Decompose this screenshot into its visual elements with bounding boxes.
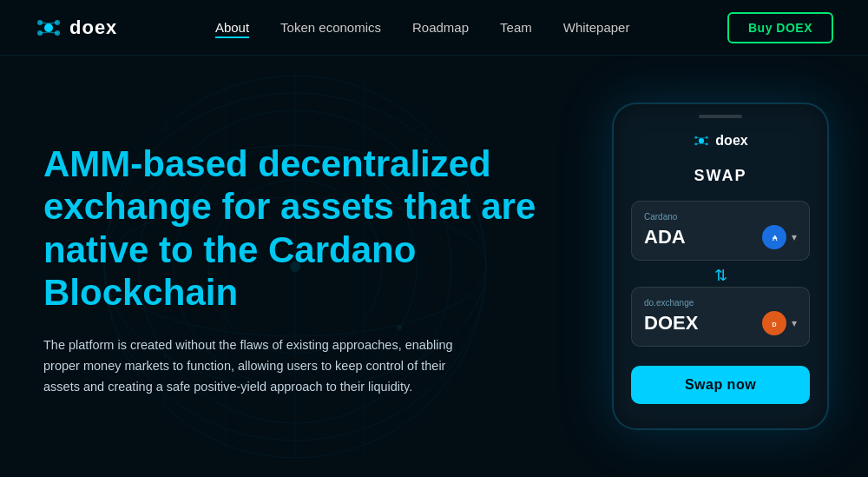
ada-token-icon: ₳ [762, 225, 786, 249]
hero-description: The platform is created without the flaw… [43, 335, 460, 398]
phone-logo-text: doex [715, 133, 747, 149]
svg-line-32 [701, 143, 707, 144]
logo-text: doex [69, 17, 117, 39]
to-chevron-icon: ▾ [792, 317, 797, 329]
svg-text:D: D [772, 321, 776, 328]
swap-title: SWAP [631, 167, 810, 185]
phone-logo-icon [693, 132, 710, 149]
svg-line-7 [40, 32, 49, 33]
nav-link-roadmap[interactable]: Roadmap [412, 20, 469, 35]
svg-point-24 [699, 138, 704, 143]
main-section: AMM-based decentralized exchange for ass… [0, 56, 868, 477]
swap-arrow-icon[interactable]: ⇅ [631, 268, 810, 283]
nav-item-token-economics[interactable]: Token economics [280, 20, 381, 36]
swap-to-icon-group: D ▾ [762, 311, 797, 335]
swap-to-label: do.exchange [644, 298, 797, 308]
phone-logo: doex [631, 132, 810, 149]
svg-point-0 [44, 23, 53, 32]
swap-from-label: Cardano [644, 212, 797, 222]
svg-line-30 [701, 137, 707, 138]
swap-from-value: ADA [644, 226, 686, 248]
phone-mockup: doex SWAP Cardano ADA ₳ ▾ [612, 103, 829, 430]
swap-to-field[interactable]: do.exchange DOEX D ▾ [631, 287, 810, 347]
doex-token-icon: D [762, 311, 786, 335]
swap-from-row: ADA ₳ ▾ [644, 225, 797, 249]
swap-to-row: DOEX D ▾ [644, 311, 797, 335]
from-chevron-icon: ▾ [792, 231, 797, 243]
svg-line-8 [49, 32, 57, 33]
swap-now-button[interactable]: Swap now [631, 366, 810, 404]
swap-to-value: DOEX [644, 312, 698, 335]
swap-from-field[interactable]: Cardano ADA ₳ ▾ [631, 201, 810, 261]
nav-link-whitepaper[interactable]: Whitepaper [563, 20, 630, 35]
hero-right: doex SWAP Cardano ADA ₳ ▾ [590, 56, 868, 477]
navbar: doex About Token economics Roadmap Team … [0, 0, 868, 56]
svg-line-6 [49, 23, 57, 23]
logo-icon [35, 14, 62, 42]
nav-link-about[interactable]: About [215, 20, 249, 38]
svg-line-5 [40, 23, 49, 23]
nav-item-about[interactable]: About [215, 20, 249, 36]
nav-links: About Token economics Roadmap Team White… [215, 20, 630, 36]
swap-from-icon-group: ₳ ▾ [762, 225, 797, 249]
logo[interactable]: doex [35, 14, 117, 42]
svg-line-31 [696, 143, 701, 144]
nav-item-whitepaper[interactable]: Whitepaper [563, 20, 630, 36]
hero-left: AMM-based decentralized exchange for ass… [0, 56, 590, 477]
buy-doex-button[interactable]: Buy DOEX [727, 12, 833, 43]
nav-link-team[interactable]: Team [500, 20, 532, 35]
nav-item-roadmap[interactable]: Roadmap [412, 20, 469, 36]
svg-line-29 [696, 137, 701, 138]
nav-link-token-economics[interactable]: Token economics [280, 20, 381, 35]
nav-item-team[interactable]: Team [500, 20, 532, 36]
hero-title: AMM-based decentralized exchange for ass… [43, 142, 547, 315]
